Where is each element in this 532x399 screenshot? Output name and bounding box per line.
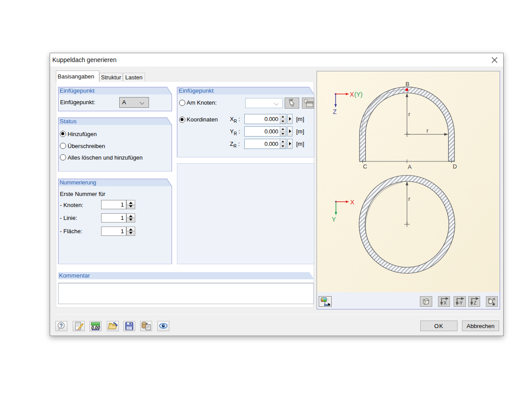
svg-text:X: X [350, 90, 354, 98]
svg-text:r: r [426, 127, 429, 134]
svg-text:r: r [408, 111, 411, 117]
svg-text:?: ? [59, 323, 63, 329]
svg-text:X: X [443, 300, 446, 305]
svg-text:Z: Z [473, 300, 476, 305]
svg-text:A: A [407, 164, 411, 170]
svg-text:Z: Z [332, 108, 336, 115]
svg-text:-Y: -Y [458, 300, 463, 305]
svg-text:C: C [363, 163, 367, 170]
svg-text:Y: Y [332, 216, 336, 223]
svg-text:r: r [408, 196, 411, 202]
svg-text:X: X [350, 198, 355, 205]
svg-text:(Y): (Y) [354, 90, 363, 98]
svg-text:B: B [405, 81, 409, 87]
svg-text:D: D [453, 163, 457, 170]
